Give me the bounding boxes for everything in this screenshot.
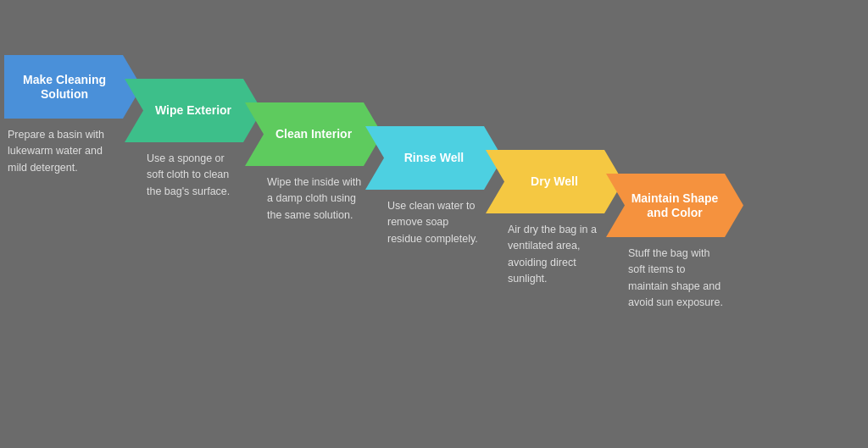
step-arrow-4: Rinse Well [365,126,503,190]
step-arrow-5: Dry Well [486,150,623,213]
step-desc-6: Stuff the bag with soft items to maintai… [606,237,743,312]
step-arrow-6: Maintain Shapeand Color [606,174,743,237]
step-arrow-2: Wipe Exterior [125,79,262,142]
diagram-container: Make CleaningSolutionPrepare a basin wit… [0,55,868,448]
step-item-6: Maintain Shapeand ColorStuff the bag wit… [606,174,743,312]
step-label-1: Make CleaningSolution [4,55,142,119]
step-item-3: Clean InteriorWipe the inside with a dam… [245,102,382,224]
page-title [0,0,868,24]
step-label-3: Clean Interior [245,102,382,166]
step-label-2: Wipe Exterior [125,79,262,142]
step-item-2: Wipe ExteriorUse a sponge or soft cloth … [125,79,262,200]
step-desc-2: Use a sponge or soft cloth to clean the … [125,142,262,200]
step-item-1: Make CleaningSolutionPrepare a basin wit… [4,55,142,176]
step-label-4: Rinse Well [365,126,503,190]
step-item-4: Rinse WellUse clean water to remove soap… [365,126,503,247]
step-desc-3: Wipe the inside with a damp cloth using … [245,166,382,224]
step-desc-5: Air dry the bag in a ventilated area, av… [486,213,623,288]
step-arrow-3: Clean Interior [245,102,382,166]
step-desc-4: Use clean water to remove soap residue c… [365,190,503,247]
step-arrow-1: Make CleaningSolution [4,55,142,119]
step-item-5: Dry WellAir dry the bag in a ventilated … [486,150,623,288]
step-label-6: Maintain Shapeand Color [606,174,743,237]
step-desc-1: Prepare a basin with lukewarm water and … [4,119,142,176]
step-label-5: Dry Well [486,150,623,213]
